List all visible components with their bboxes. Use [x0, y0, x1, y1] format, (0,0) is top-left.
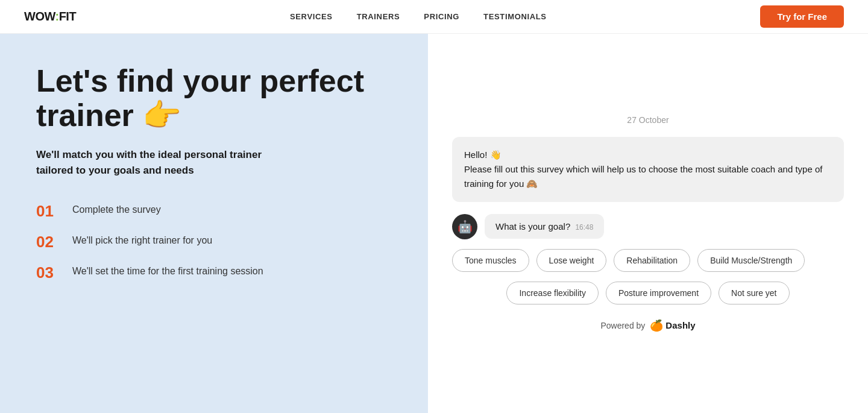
bot-intro-message: Hello! 👋 Please fill out this survey whi…	[452, 137, 844, 202]
option-lose-weight[interactable]: Lose weight	[536, 249, 607, 272]
logo-text: WOW:FIT	[24, 10, 76, 24]
step-2: 02 We'll pick the right trainer for you	[36, 233, 398, 251]
options-row-2: Increase flexibility Posture improvement…	[452, 282, 844, 304]
nav-links: SERVICES TRAINERS PRICING TESTIMONIALS	[290, 12, 547, 21]
bot-question-bubble: What is your goal? 16:48	[485, 214, 604, 239]
step-2-text: We'll pick the right trainer for you	[72, 233, 212, 246]
bot-avatar-icon: 🤖	[458, 219, 473, 234]
step-3-num: 03	[36, 263, 63, 282]
dashly-icon: 🍊	[650, 319, 663, 332]
left-panel: Let's find your perfect trainer 👉 We'll …	[0, 34, 428, 413]
bot-question-wrap: What is your goal? 16:48	[485, 214, 604, 239]
nav-testimonials[interactable]: TESTIMONIALS	[483, 12, 547, 21]
dashly-brand: Dashly	[665, 320, 695, 330]
main-content: Let's find your perfect trainer 👉 We'll …	[0, 34, 868, 413]
right-panel: 27 October Hello! 👋 Please fill out this…	[428, 34, 868, 413]
option-not-sure-yet[interactable]: Not sure yet	[719, 282, 789, 304]
navbar: WOW:FIT SERVICES TRAINERS PRICING TESTIM…	[0, 0, 868, 34]
nav-pricing[interactable]: PRICING	[424, 12, 459, 21]
option-rehabilitation[interactable]: Rehabilitation	[614, 249, 690, 272]
step-2-num: 02	[36, 233, 63, 251]
step-1: 01 Complete the survey	[36, 202, 398, 221]
step-3: 03 We'll set the time for the first trai…	[36, 263, 398, 282]
nav-services[interactable]: SERVICES	[290, 12, 333, 21]
step-1-text: Complete the survey	[72, 202, 161, 215]
option-tone-muscles[interactable]: Tone muscles	[452, 249, 529, 272]
chat-time: 16:48	[575, 223, 593, 232]
chat-date: 27 October	[452, 115, 844, 125]
option-posture-improvement[interactable]: Posture improvement	[606, 282, 711, 304]
steps-list: 01 Complete the survey 02 We'll pick the…	[36, 202, 398, 282]
powered-by: Powered by 🍊 Dashly	[452, 319, 844, 332]
step-3-text: We'll set the time for the first trainin…	[72, 263, 263, 277]
option-build-muscle[interactable]: Build Muscle/Strength	[697, 249, 805, 272]
try-for-free-button[interactable]: Try for Free	[760, 5, 844, 28]
chat-container: 27 October Hello! 👋 Please fill out this…	[452, 115, 844, 332]
question-text: What is your goal?	[495, 221, 570, 232]
bot-avatar: 🤖	[452, 214, 477, 239]
nav-trainers[interactable]: TRAINERS	[357, 12, 400, 21]
hero-subtitle: We'll match you with the ideal personal …	[36, 147, 289, 178]
bot-question-row: 🤖 What is your goal? 16:48	[452, 214, 844, 239]
hero-title: Let's find your perfect trainer 👉	[36, 64, 398, 133]
powered-by-label: Powered by	[600, 321, 645, 330]
step-1-num: 01	[36, 202, 63, 221]
option-increase-flexibility[interactable]: Increase flexibility	[506, 282, 599, 304]
dashly-logo: 🍊 Dashly	[650, 319, 695, 332]
options-row-1: Tone muscles Lose weight Rehabilitation …	[452, 249, 844, 272]
logo: WOW:FIT	[24, 10, 76, 24]
